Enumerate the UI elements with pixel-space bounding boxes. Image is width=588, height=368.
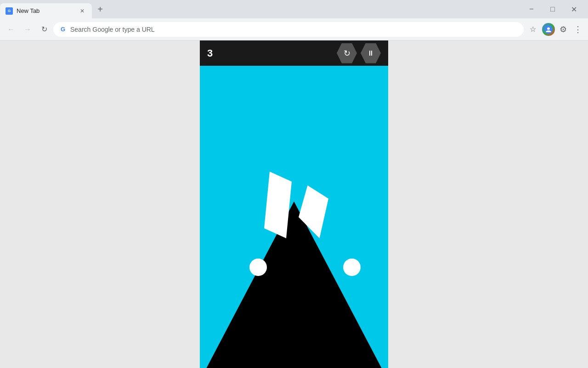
new-tab-button[interactable]: + [94,3,107,16]
maximize-button[interactable]: □ [542,0,563,18]
right-tap-circle[interactable] [343,259,361,276]
navigation-bar: ← → ↻ G Search Google or type a URL ☆ [0,18,588,40]
game-reload-button[interactable]: ↻ [337,43,357,63]
address-text: Search Google or type a URL [70,26,518,33]
profile-icon[interactable] [542,23,555,36]
reload-button[interactable]: ↻ [37,22,51,37]
pause-icon: ⏸ [367,49,374,58]
mountain-shape [202,201,386,368]
window-controls: − □ ✕ [517,0,588,18]
game-area[interactable] [200,66,388,368]
tab-close-button[interactable]: ✕ [78,7,86,15]
game-container: 3 ↻ ⏸ [200,40,388,368]
tab-favicon: G [6,7,13,15]
back-button[interactable]: ← [4,22,18,37]
title-bar: G New Tab ✕ + − □ ✕ [0,0,588,18]
active-tab[interactable]: G New Tab ✕ [0,3,92,18]
extensions-button[interactable]: ⚙ [557,23,570,36]
game-pause-button[interactable]: ⏸ [361,43,381,63]
browser-window: G New Tab ✕ + − □ ✕ ← → ↻ [0,0,588,368]
game-header: 3 ↻ ⏸ [200,40,388,66]
game-controls: ↻ ⏸ [337,43,381,63]
tab-title: New Tab [17,7,74,14]
bookmark-button[interactable]: ☆ [526,22,540,37]
reload-icon: ↻ [344,48,351,58]
close-button[interactable]: ✕ [563,0,584,18]
forward-button[interactable]: → [20,22,35,37]
tab-strip: G New Tab ✕ + [0,0,517,18]
left-tap-circle[interactable] [249,259,267,276]
game-score: 3 [207,47,213,59]
menu-button[interactable]: ⋮ [571,23,584,36]
content-area: 3 ↻ ⏸ [0,40,588,368]
google-icon: G [59,26,67,33]
nav-actions: ☆ ⚙ ⋮ [526,22,584,37]
minimize-button[interactable]: − [521,0,542,18]
address-bar[interactable]: G Search Google or type a URL [53,22,524,37]
